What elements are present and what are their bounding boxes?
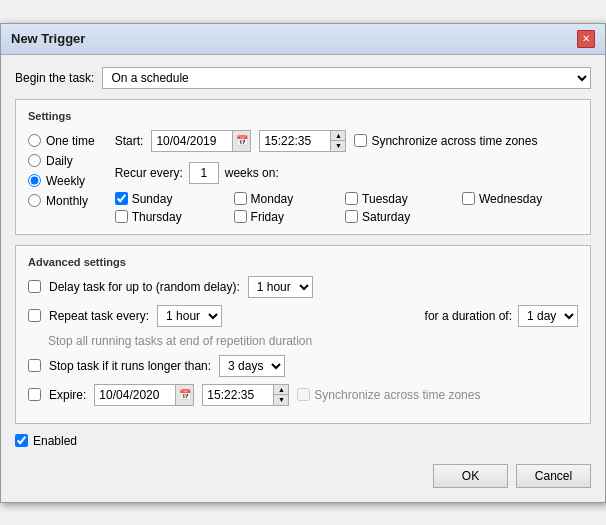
start-date-cal-button[interactable]: 📅 xyxy=(232,131,250,151)
ok-button[interactable]: OK xyxy=(433,464,508,488)
start-row: Start: 📅 ▲ ▼ xyxy=(115,130,578,152)
expire-time-up[interactable]: ▲ xyxy=(274,385,288,395)
settings-title: Settings xyxy=(28,110,578,122)
radio-one-time[interactable]: One time xyxy=(28,134,95,148)
expire-date-wrap: 📅 xyxy=(94,384,194,406)
delay-checkbox[interactable] xyxy=(28,280,41,293)
start-label: Start: xyxy=(115,134,144,148)
radio-weekly-label: Weekly xyxy=(46,174,85,188)
repeat-checkbox[interactable] xyxy=(28,309,41,322)
cancel-button[interactable]: Cancel xyxy=(516,464,591,488)
stop-all-row: Stop all running tasks at end of repetit… xyxy=(48,334,578,348)
duration-label: for a duration of: xyxy=(425,309,512,323)
dialog-title: New Trigger xyxy=(11,31,85,46)
sync-check[interactable]: Synchronize across time zones xyxy=(354,134,537,148)
advanced-title: Advanced settings xyxy=(28,256,578,268)
day-saturday-checkbox[interactable] xyxy=(345,210,358,223)
expire-checkbox[interactable] xyxy=(28,388,41,401)
expire-label: Expire: xyxy=(49,388,86,402)
sync-tz-label: Synchronize across time zones xyxy=(371,134,537,148)
stop-longer-checkbox[interactable] xyxy=(28,359,41,372)
start-time-down[interactable]: ▼ xyxy=(331,141,345,151)
day-sunday[interactable]: Sunday xyxy=(115,192,218,206)
start-time-wrap: ▲ ▼ xyxy=(259,130,346,152)
title-bar: New Trigger ✕ xyxy=(1,24,605,55)
enabled-checkbox[interactable] xyxy=(15,434,28,447)
begin-task-label: Begin the task: xyxy=(15,71,94,85)
stop-longer-select[interactable]: 3 days xyxy=(219,355,285,377)
expire-sync-label: Synchronize across time zones xyxy=(314,388,480,402)
day-wednesday[interactable]: Wednesday xyxy=(462,192,578,206)
start-date-input[interactable] xyxy=(152,131,232,151)
start-date-wrap: 📅 xyxy=(151,130,251,152)
day-friday[interactable]: Friday xyxy=(234,210,330,224)
radio-one-time-input[interactable] xyxy=(28,134,41,147)
delay-select[interactable]: 1 hour xyxy=(248,276,313,298)
repeat-row: Repeat task every: 1 hour for a duration… xyxy=(28,305,578,327)
day-saturday[interactable]: Saturday xyxy=(345,210,446,224)
stop-longer-label: Stop task if it runs longer than: xyxy=(49,359,211,373)
dialog-content: Begin the task: On a schedule Settings O… xyxy=(1,55,605,502)
advanced-group: Advanced settings Delay task for up to (… xyxy=(15,245,591,424)
day-saturday-label: Saturday xyxy=(362,210,410,224)
radio-daily[interactable]: Daily xyxy=(28,154,95,168)
settings-inner: One time Daily Weekly Monthly xyxy=(28,130,578,224)
expire-sync-check[interactable]: Synchronize across time zones xyxy=(297,388,480,402)
repeat-select[interactable]: 1 hour xyxy=(157,305,222,327)
enabled-label: Enabled xyxy=(33,434,77,448)
stop-longer-row: Stop task if it runs longer than: 3 days xyxy=(28,355,578,377)
begin-task-select[interactable]: On a schedule xyxy=(102,67,591,89)
radio-monthly-input[interactable] xyxy=(28,194,41,207)
right-settings: Start: 📅 ▲ ▼ xyxy=(115,130,578,224)
day-monday[interactable]: Monday xyxy=(234,192,330,206)
expire-time-down[interactable]: ▼ xyxy=(274,395,288,405)
button-row: OK Cancel xyxy=(15,460,591,490)
radio-daily-label: Daily xyxy=(46,154,73,168)
day-tuesday-checkbox[interactable] xyxy=(345,192,358,205)
expire-date-input[interactable] xyxy=(95,385,175,405)
duration-wrap: for a duration of: 1 day xyxy=(425,305,578,327)
day-monday-label: Monday xyxy=(251,192,294,206)
day-tuesday[interactable]: Tuesday xyxy=(345,192,446,206)
day-tuesday-label: Tuesday xyxy=(362,192,408,206)
repeat-label: Repeat task every: xyxy=(49,309,149,323)
recur-label: Recur every: xyxy=(115,166,183,180)
start-time-input[interactable] xyxy=(260,131,330,151)
day-wednesday-label: Wednesday xyxy=(479,192,542,206)
start-time-up[interactable]: ▲ xyxy=(331,131,345,141)
day-thursday-checkbox[interactable] xyxy=(115,210,128,223)
new-trigger-dialog: New Trigger ✕ Begin the task: On a sched… xyxy=(0,23,606,503)
radio-daily-input[interactable] xyxy=(28,154,41,167)
days-grid: Sunday Monday Tuesday Wednesday xyxy=(115,192,578,224)
radio-col: One time Daily Weekly Monthly xyxy=(28,134,95,224)
radio-weekly-input[interactable] xyxy=(28,174,41,187)
stop-all-label: Stop all running tasks at end of repetit… xyxy=(48,334,312,348)
weeks-on-label: weeks on: xyxy=(225,166,279,180)
recur-row: Recur every: weeks on: xyxy=(115,162,578,184)
start-time-spin: ▲ ▼ xyxy=(330,131,345,151)
radio-weekly[interactable]: Weekly xyxy=(28,174,95,188)
expire-date-cal-button[interactable]: 📅 xyxy=(175,385,193,405)
recur-value-input[interactable] xyxy=(189,162,219,184)
day-monday-checkbox[interactable] xyxy=(234,192,247,205)
day-friday-checkbox[interactable] xyxy=(234,210,247,223)
expire-sync-checkbox[interactable] xyxy=(297,388,310,401)
radio-monthly[interactable]: Monthly xyxy=(28,194,95,208)
expire-time-spin: ▲ ▼ xyxy=(273,385,288,405)
day-wednesday-checkbox[interactable] xyxy=(462,192,475,205)
day-thursday-label: Thursday xyxy=(132,210,182,224)
day-sunday-checkbox[interactable] xyxy=(115,192,128,205)
day-thursday[interactable]: Thursday xyxy=(115,210,218,224)
radio-monthly-label: Monthly xyxy=(46,194,88,208)
duration-select[interactable]: 1 day xyxy=(518,305,578,327)
day-friday-label: Friday xyxy=(251,210,284,224)
settings-group: Settings One time Daily Weekly xyxy=(15,99,591,235)
delay-label: Delay task for up to (random delay): xyxy=(49,280,240,294)
sync-tz-checkbox[interactable] xyxy=(354,134,367,147)
expire-time-input[interactable] xyxy=(203,385,273,405)
delay-row: Delay task for up to (random delay): 1 h… xyxy=(28,276,578,298)
expire-time-wrap: ▲ ▼ xyxy=(202,384,289,406)
close-button[interactable]: ✕ xyxy=(577,30,595,48)
expire-row: Expire: 📅 ▲ ▼ Synchronize across time zo… xyxy=(28,384,578,406)
enabled-row[interactable]: Enabled xyxy=(15,434,591,448)
